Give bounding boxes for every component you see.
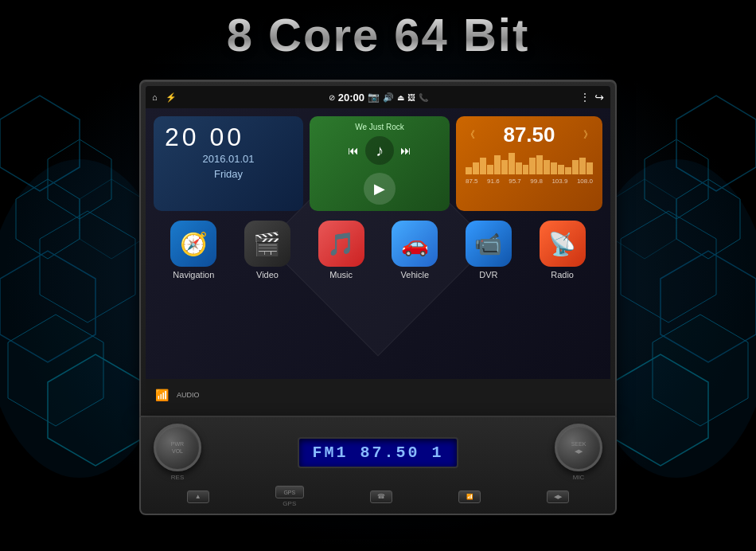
radio-prev-icon[interactable]: 《 — [466, 128, 475, 142]
music-play-button[interactable]: ▶ — [364, 173, 396, 205]
radio-bar — [544, 160, 550, 174]
knob-left-label: PWRVOL — [171, 440, 184, 455]
app-item-music[interactable]: 🎵Music — [318, 221, 364, 279]
camera-icon[interactable]: 📷 — [368, 92, 380, 103]
app-item-radio[interactable]: 📡Radio — [540, 221, 586, 279]
status-bar-right: ⋮ ↩ — [580, 91, 604, 104]
apps-row: 🧭Navigation🎬Video🎵Music🚗Vehicle📹DVR📡Radi… — [154, 221, 602, 279]
radio-bar — [565, 167, 571, 174]
radio-next-icon[interactable]: 》 — [583, 128, 593, 142]
seek-knob[interactable]: SEEK◀▶ — [555, 424, 602, 471]
radio-bar — [480, 158, 486, 174]
status-bar-left: ⌂ ⚡ — [152, 92, 177, 103]
eject-hw-icon: ▲ — [187, 490, 209, 503]
bottom-status-bar: 📶 AUDIO — [146, 379, 610, 411]
status-bar: ⌂ ⚡ ⊘ 20:00 📷 🔊 ⏏ 🖼 📞 ⋮ ↩ — [146, 86, 610, 108]
display-screen: FM1 87.50 1 — [298, 437, 458, 468]
radio-label: Radio — [551, 270, 574, 279]
volume-knob[interactable]: PWRVOL — [154, 424, 201, 471]
hardware-buttons-row: ▲ GPS GPS ☎ 📶 ◀▶ — [154, 486, 602, 507]
eject-icon[interactable]: ⏏ — [397, 93, 404, 102]
widgets-row: 20 00 2016.01.01 Friday We Just Rock ⏮ ♪… — [154, 116, 602, 211]
vehicle-icon: 🚗 — [392, 221, 438, 267]
audio-label: AUDIO — [177, 391, 200, 399]
radio-bar — [579, 158, 586, 174]
app-item-video[interactable]: 🎬Video — [244, 221, 290, 279]
navigation-label: Navigation — [173, 270, 214, 279]
radio-bar — [586, 162, 593, 174]
radio-bar — [523, 165, 529, 174]
clock-time: 20 00 — [165, 124, 292, 150]
signal-hw-icon: 📶 — [458, 490, 481, 503]
skip-hw-icon: ◀▶ — [547, 490, 569, 503]
radio-bar — [536, 155, 543, 174]
phone-hw-icon: ☎ — [370, 490, 392, 503]
clock-date: 2016.01.01 — [165, 153, 292, 165]
phone-icon[interactable]: 📞 — [419, 93, 428, 102]
back-icon[interactable]: ↩ — [594, 91, 604, 104]
wifi-icon: 📶 — [155, 389, 169, 401]
music-next-button[interactable]: ⏭ — [400, 144, 411, 157]
res-label: RES — [171, 474, 184, 481]
status-bar-center: ⊘ 20:00 📷 🔊 ⏏ 🖼 📞 — [329, 92, 428, 104]
app-area: 20 00 2016.01.01 Friday We Just Rock ⏮ ♪… — [146, 108, 610, 379]
hw-button-gps[interactable]: GPS GPS — [275, 486, 304, 507]
clock-widget: 20 00 2016.01.01 Friday — [154, 116, 303, 211]
music-widget[interactable]: We Just Rock ⏮ ♪ ⏭ ▶ — [310, 116, 450, 211]
app-item-vehicle[interactable]: 🚗Vehicle — [392, 221, 438, 279]
radio-bar — [501, 160, 508, 174]
radio-arrows: 《 87.50 》 — [466, 123, 593, 147]
hw-button-eject[interactable]: ▲ — [187, 490, 209, 503]
dvr-label: DVR — [479, 270, 497, 279]
radio-bar — [494, 155, 501, 174]
vehicle-label: Vehicle — [401, 270, 429, 279]
music-icon: 🎵 — [318, 221, 364, 267]
mic-label: MIC — [573, 474, 585, 481]
android-screen: ⌂ ⚡ ⊘ 20:00 📷 🔊 ⏏ 🖼 📞 ⋮ ↩ — [146, 86, 610, 411]
screen-bezel: ⌂ ⚡ ⊘ 20:00 📷 🔊 ⏏ 🖼 📞 ⋮ ↩ — [139, 80, 617, 417]
device-container: ⌂ ⚡ ⊘ 20:00 📷 🔊 ⏏ 🖼 📞 ⋮ ↩ — [139, 80, 617, 515]
dvr-icon: 📹 — [466, 221, 512, 267]
hw-button-skip[interactable]: ◀▶ — [547, 490, 569, 503]
radio-icon: 📡 — [540, 221, 586, 267]
gps-hw-icon: GPS — [275, 486, 304, 498]
app-item-dvr[interactable]: 📹DVR — [466, 221, 512, 279]
hw-button-phone[interactable]: ☎ — [370, 490, 392, 503]
knob-right-label: SEEK◀▶ — [571, 440, 586, 455]
display-text: FM1 87.50 1 — [312, 444, 443, 462]
radio-widget[interactable]: 《 87.50 》 87.5 91.6 95.7 99.8 103.9 — [456, 116, 602, 211]
radio-bar — [529, 158, 536, 174]
hardware-main-row: PWRVOL RES FM1 87.50 1 SEEK◀▶ MIC — [154, 424, 602, 481]
radio-equalizer — [466, 150, 593, 174]
radio-bar — [487, 165, 493, 174]
menu-icon[interactable]: ⋮ — [580, 92, 590, 103]
music-note-icon: ♪ — [365, 136, 394, 165]
music-track-title: We Just Rock — [355, 123, 404, 131]
photo-icon: 🖼 — [407, 93, 415, 102]
radio-bar — [572, 160, 579, 174]
radio-frequency: 87.50 — [503, 123, 555, 147]
page-title: 8 Core 64 Bit — [227, 8, 530, 61]
video-label: Video — [256, 270, 279, 279]
music-controls: ⏮ ♪ ⏭ — [348, 136, 411, 165]
hw-button-signal[interactable]: 📶 — [458, 490, 481, 503]
radio-bar — [551, 162, 557, 174]
gps-label: GPS — [283, 500, 296, 507]
radio-bar — [466, 167, 472, 174]
radio-range: 87.5 91.6 95.7 99.8 103.9 108.0 — [466, 178, 593, 185]
video-icon: 🎬 — [244, 221, 290, 267]
signal-off-icon: ⊘ — [329, 93, 335, 102]
radio-bar — [509, 153, 515, 174]
navigation-icon: 🧭 — [170, 221, 216, 267]
radio-bar — [516, 162, 522, 174]
hardware-panel: PWRVOL RES FM1 87.50 1 SEEK◀▶ MIC ▲ — [139, 417, 617, 515]
clock-day: Friday — [165, 168, 292, 180]
status-time: 20:00 — [338, 92, 364, 104]
radio-bar — [473, 162, 479, 174]
music-label: Music — [329, 270, 353, 279]
app-item-navigation[interactable]: 🧭Navigation — [170, 221, 216, 279]
usb-icon: ⚡ — [166, 92, 177, 103]
home-icon[interactable]: ⌂ — [152, 92, 158, 102]
volume-icon[interactable]: 🔊 — [383, 92, 394, 103]
music-prev-button[interactable]: ⏮ — [348, 144, 359, 157]
